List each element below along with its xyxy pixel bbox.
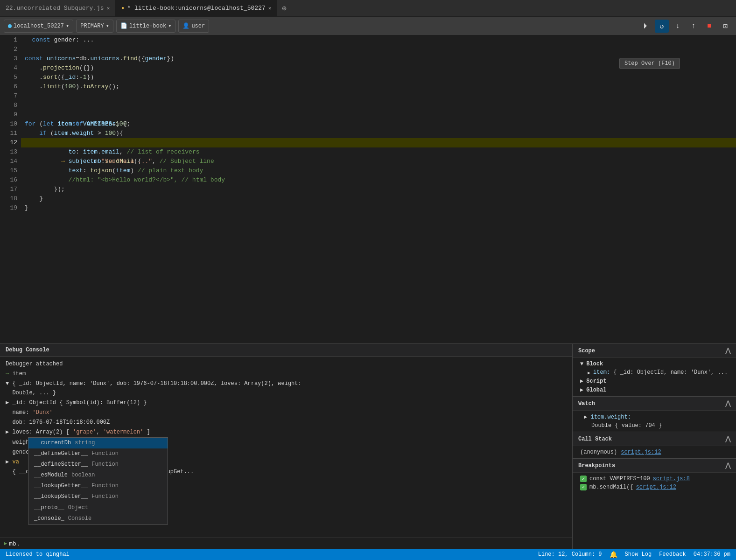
expand-icon: ▶ [584,414,587,420]
callstack-section: Call Stack ⋀ (anonymous) script.js:12 [573,432,736,459]
callstack-header[interactable]: Call Stack ⋀ [573,432,736,446]
collapse-callstack-icon[interactable]: ⋀ [725,435,730,443]
autocomplete-item-esmodule[interactable]: __esModule boolean [28,470,168,481]
code-line-11: if (item.weight > 100){ [21,129,736,138]
stop-button[interactable]: ■ [702,20,716,33]
script-scope-label[interactable]: ▶ Script [573,377,736,385]
toolbar: localhost_50227 ▾ PRIMARY ▾ 📄 little-boo… [0,17,736,35]
code-container: 1 2 3 4 5 6 7 8 9 10 11 12 13 14 15 16 1… [0,35,736,343]
autocomplete-item-lookupsetter[interactable]: __lookupSetter__ Function [28,491,168,502]
scope-content: ▼ Block ▶ item: { _id: ObjectId, name: '… [573,358,736,396]
code-line-12: → mb.sendMail({ [21,138,736,147]
code-line-1: const gender: ... [21,35,736,45]
collapse-scope-icon[interactable]: ⋀ [725,347,730,355]
bell-icon: 🔔 [610,551,617,559]
close-icon[interactable]: ✕ [268,5,272,11]
autocomplete-item-proto[interactable]: __proto__ Object [28,503,168,513]
continue-button[interactable]: ⏵ [639,20,653,33]
console-input[interactable] [9,540,568,547]
console-line: → item [0,369,572,379]
new-tab-button[interactable]: ⊕ [277,4,291,13]
code-line-15: text: tojson(item) // plain text body [21,166,736,175]
breakpoints-section: Breakpoints ⋀ ✓ const VAMPIRES=100 scrip… [573,459,736,549]
watch-key: item.weight: [590,414,631,420]
bp-item-sendmail[interactable]: ✓ mb.sendMail({ script.js:12 [573,483,736,491]
autocomplete-item-definegetter[interactable]: __defineGetter__ Function [28,448,168,459]
step-into-button[interactable]: ↓ [671,20,685,33]
show-log-button[interactable]: Show Log [625,551,652,558]
connection-select[interactable]: localhost_50227 ▾ [4,20,73,33]
triangle-right-icon: ▶ [580,386,583,393]
line-numbers: 1 2 3 4 5 6 7 8 9 10 11 12 13 14 15 16 1… [0,35,21,343]
code-line-9 [21,110,736,119]
console-line: ▼ { _id: ObjectId, name: 'Dunx', dob: 19… [0,379,572,398]
console-content[interactable]: Debugger attached → item ▼ { _id: Object… [0,357,572,538]
global-scope-label[interactable]: ▶ Global [573,385,736,394]
scope-key: item: [593,369,610,376]
block-label: Block [586,361,603,367]
code-line-10: for (let item of unicorns) { [21,119,736,129]
console-input-row: ▶ [0,538,572,549]
user-select[interactable]: 👤 user [178,20,209,33]
collapse-bp-icon[interactable]: ⋀ [725,462,730,469]
autocomplete-item-console[interactable]: _console_ Console [28,513,168,524]
watch-item[interactable]: ▶ item.weight: [573,413,736,421]
watch-header[interactable]: Watch ⋀ [573,397,736,411]
triangle-down-icon: ▼ [580,361,583,367]
connection-label: localhost_50227 [14,23,64,29]
chevron-down-icon: ▾ [168,22,171,29]
status-left: Licensed to qinghai [6,551,70,558]
right-panel: Scope ⋀ ▼ Block ▶ item: { _id: ObjectId,… [573,344,736,549]
status-bar: Licensed to qinghai Line: 12, Column: 9 … [0,549,736,560]
db-icon: 📄 [120,22,127,29]
debug-console-header: Debug Console [0,344,572,357]
callstack-title: Call Stack [578,436,612,442]
tab-unicorns[interactable]: ● * little-book:unicorns@localhost_50227… [116,0,277,16]
breakpoints-content: ✓ const VAMPIRES=100 script.js:8 ✓ mb.se… [573,473,736,493]
chevron-down-icon: ▾ [106,22,109,29]
scope-title: Scope [578,348,595,354]
bp-text: const VAMPIRES=100 [589,476,650,482]
feedback-button[interactable]: Feedback [659,551,686,558]
bp-file[interactable]: script.js:12 [636,484,676,490]
callstack-item[interactable]: (anonymous) script.js:12 [573,448,736,456]
primary-select[interactable]: PRIMARY ▾ [76,20,113,33]
console-line: ▶ _id: ObjectId { Symbol(id): Buffer(12)… [0,398,572,408]
breakpoints-title: Breakpoints [578,462,615,469]
bp-checkbox[interactable]: ✓ [580,476,587,482]
step-out-button[interactable]: ↑ [687,20,701,33]
watch-section: Watch ⋀ ▶ item.weight: Double { value: 7… [573,397,736,432]
autocomplete-item-currentdb[interactable]: __currentDb string [28,438,168,448]
db-select[interactable]: 📄 little-book ▾ [116,20,175,33]
global-label: Global [586,387,606,393]
watch-val-text: Double { value: 704 } [591,422,662,429]
callstack-file[interactable]: script.js:12 [621,449,661,455]
scope-header[interactable]: Scope ⋀ [573,344,736,358]
close-icon[interactable]: ✕ [107,5,110,11]
breakpoints-header[interactable]: Breakpoints ⋀ [573,459,736,473]
scope-section: Scope ⋀ ▼ Block ▶ item: { _id: ObjectId,… [573,344,736,397]
code-line-19: } [21,203,736,213]
primary-label: PRIMARY [80,23,104,29]
autocomplete-item-lookupgetter[interactable]: __lookupGetter__ Function [28,481,168,491]
tab-subquery[interactable]: 22.uncorrelated Subquery.js ✕ [0,0,116,16]
code-line-14: subject: "You're a ...", // Subject line [21,157,736,166]
step-over-button[interactable]: ↺ [655,20,669,33]
code-line-5: .sort({_id:-1}) [21,73,736,82]
editor-area[interactable]: 1 2 3 4 5 6 7 8 9 10 11 12 13 14 15 16 1… [0,35,736,343]
bp-file[interactable]: script.js:8 [653,476,690,482]
watch-content: ▶ item.weight: Double { value: 704 } [573,411,736,432]
disconnect-button[interactable]: ⊡ [718,20,732,33]
bp-checkbox[interactable]: ✓ [580,484,587,490]
code-line-17: }); [21,185,736,194]
console-line: Debugger attached [0,359,572,369]
autocomplete-item-definesetter[interactable]: __defineSetter__ Function [28,459,168,470]
bp-item-vampires[interactable]: ✓ const VAMPIRES=100 script.js:8 [573,475,736,483]
collapse-watch-icon[interactable]: ⋀ [725,399,730,407]
scope-item-item[interactable]: ▶ item: { _id: ObjectId, name: 'Dunx', .… [573,368,736,377]
modified-icon: ● [121,6,124,11]
scope-val: { _id: ObjectId, name: 'Dunx', ... [610,369,728,376]
code-line-13: to: item.email, // list of receivers [21,147,736,157]
block-scope-label[interactable]: ▼ Block [573,360,736,368]
step-over-tooltip: Step Over (F10) [619,58,680,69]
